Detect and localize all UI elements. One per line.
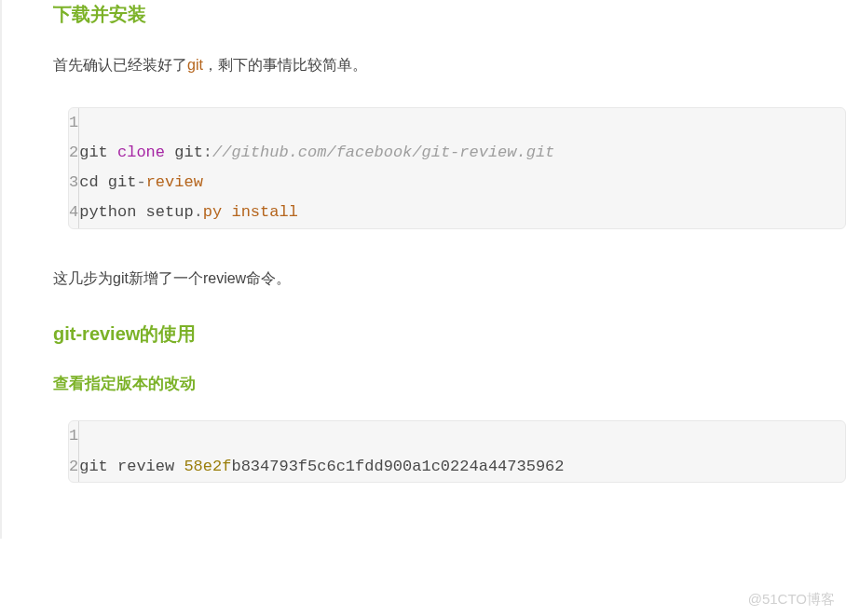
code-line: cd git-review [79, 168, 845, 198]
code-line [79, 108, 845, 138]
git-link[interactable]: git [187, 57, 203, 73]
section-heading-usage: git-review的使用 [53, 320, 846, 347]
code-line: git clone git://github.com/facebook/git-… [79, 138, 845, 168]
intro-paragraph: 首先确认已经装好了git，剩下的事情比较简单。 [53, 53, 846, 77]
code-body[interactable]: git clone git://github.com/facebook/git-… [79, 108, 845, 228]
line-number: 2 [69, 138, 78, 168]
line-number: 1 [69, 421, 78, 451]
code-body[interactable]: git review 58e2fb834793f5c6c1fdd900a1c02… [79, 421, 845, 482]
section-heading-download: 下载并安装 [53, 0, 846, 27]
line-number: 1 [69, 108, 78, 138]
intro-text-before: 首先确认已经装好了 [53, 57, 187, 73]
code-line: git review 58e2fb834793f5c6c1fdd900a1c02… [79, 452, 845, 482]
line-number: 2 [69, 452, 78, 482]
subheading-view-change: 查看指定版本的改动 [53, 373, 846, 394]
code-gutter: 12 [69, 421, 79, 482]
after-install-para: 这几步为git新增了一个review命令。 [53, 267, 846, 291]
code-line [79, 421, 845, 451]
line-number: 3 [69, 168, 78, 198]
code-block-review: 12 git review 58e2fb834793f5c6c1fdd900a1… [68, 420, 846, 483]
article-content: 下载并安装 首先确认已经装好了git，剩下的事情比较简单。 1234 git c… [0, 0, 846, 539]
code-block-install: 1234 git clone git://github.com/facebook… [68, 107, 846, 229]
line-number: 4 [69, 198, 78, 227]
intro-text-after: ，剩下的事情比较简单。 [203, 57, 367, 73]
code-gutter: 1234 [69, 108, 79, 228]
code-line: python setup.py install [79, 198, 845, 227]
